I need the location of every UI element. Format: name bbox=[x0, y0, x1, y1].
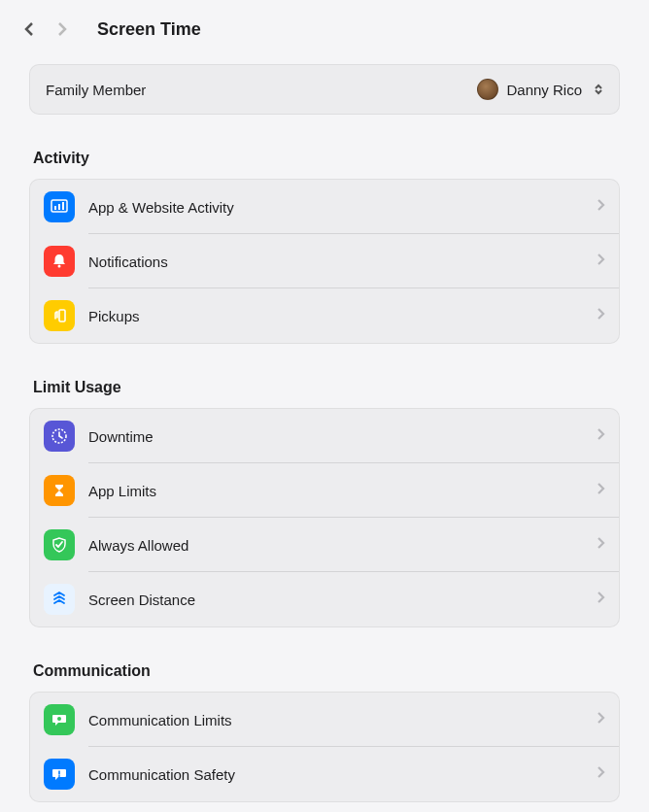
page-title: Screen Time bbox=[97, 19, 201, 40]
svg-rect-3 bbox=[62, 202, 64, 210]
downtime-row[interactable]: Downtime bbox=[30, 409, 619, 463]
forward-button bbox=[49, 16, 76, 43]
clock-icon bbox=[44, 421, 75, 452]
distance-icon bbox=[44, 584, 75, 615]
svg-rect-9 bbox=[58, 775, 60, 777]
family-member-dropdown[interactable]: Danny Rico bbox=[477, 79, 603, 100]
activity-section: Activity App & Website Activity Notifica… bbox=[29, 150, 620, 344]
item-label: App & Website Activity bbox=[88, 199, 582, 216]
avatar bbox=[477, 79, 498, 100]
pickups-row[interactable]: Pickups bbox=[30, 288, 619, 343]
svg-point-7 bbox=[57, 717, 61, 721]
section-title-communication: Communication bbox=[29, 662, 620, 680]
item-label: Communication Limits bbox=[88, 712, 582, 728]
item-label: Screen Distance bbox=[88, 592, 582, 608]
chat-warning-icon bbox=[44, 759, 75, 790]
section-title-activity: Activity bbox=[29, 150, 620, 167]
bell-icon bbox=[44, 246, 75, 277]
hourglass-icon bbox=[44, 475, 75, 506]
chevron-right-icon bbox=[596, 306, 605, 325]
svg-rect-1 bbox=[54, 206, 56, 210]
limit-usage-section: Limit Usage Downtime App Limits bbox=[29, 379, 620, 627]
chevron-up-down-icon bbox=[594, 84, 603, 95]
communication-safety-row[interactable]: Communication Safety bbox=[30, 747, 619, 801]
family-member-name: Danny Rico bbox=[506, 82, 582, 98]
chevron-right-icon bbox=[596, 590, 605, 609]
chevron-right-icon bbox=[596, 481, 605, 500]
item-label: App Limits bbox=[88, 483, 582, 499]
app-limits-row[interactable]: App Limits bbox=[30, 463, 619, 518]
limit-usage-list: Downtime App Limits Always Allowed bbox=[29, 408, 620, 627]
family-member-selector[interactable]: Family Member Danny Rico bbox=[29, 64, 620, 115]
chevron-right-icon bbox=[596, 535, 605, 555]
svg-rect-8 bbox=[58, 771, 60, 775]
chat-bubble-icon bbox=[44, 704, 75, 735]
item-label: Downtime bbox=[88, 428, 582, 445]
item-label: Pickups bbox=[88, 308, 582, 324]
svg-rect-5 bbox=[59, 310, 65, 321]
item-label: Always Allowed bbox=[88, 537, 582, 554]
notifications-row[interactable]: Notifications bbox=[30, 234, 619, 288]
chart-icon bbox=[44, 191, 75, 222]
chevron-right-icon bbox=[596, 764, 605, 784]
header: Screen Time bbox=[0, 0, 649, 64]
chevron-right-icon bbox=[596, 197, 605, 217]
communication-limits-row[interactable]: Communication Limits bbox=[30, 693, 619, 747]
svg-rect-2 bbox=[58, 204, 60, 210]
back-button[interactable] bbox=[16, 16, 43, 43]
checkmark-shield-icon bbox=[44, 529, 75, 560]
chevron-right-icon bbox=[596, 710, 605, 729]
screen-distance-row[interactable]: Screen Distance bbox=[30, 572, 619, 626]
chevron-right-icon bbox=[596, 252, 605, 271]
always-allowed-row[interactable]: Always Allowed bbox=[30, 518, 619, 572]
app-website-activity-row[interactable]: App & Website Activity bbox=[30, 180, 619, 234]
item-label: Notifications bbox=[88, 254, 582, 270]
section-title-limit-usage: Limit Usage bbox=[29, 379, 620, 396]
activity-list: App & Website Activity Notifications Pic… bbox=[29, 179, 620, 344]
item-label: Communication Safety bbox=[88, 766, 582, 783]
family-member-label: Family Member bbox=[46, 82, 146, 98]
communication-list: Communication Limits Communication Safet… bbox=[29, 692, 620, 802]
pickups-icon bbox=[44, 300, 75, 331]
chevron-right-icon bbox=[596, 426, 605, 446]
svg-point-4 bbox=[58, 265, 61, 268]
communication-section: Communication Communication Limits Commu… bbox=[29, 662, 620, 802]
